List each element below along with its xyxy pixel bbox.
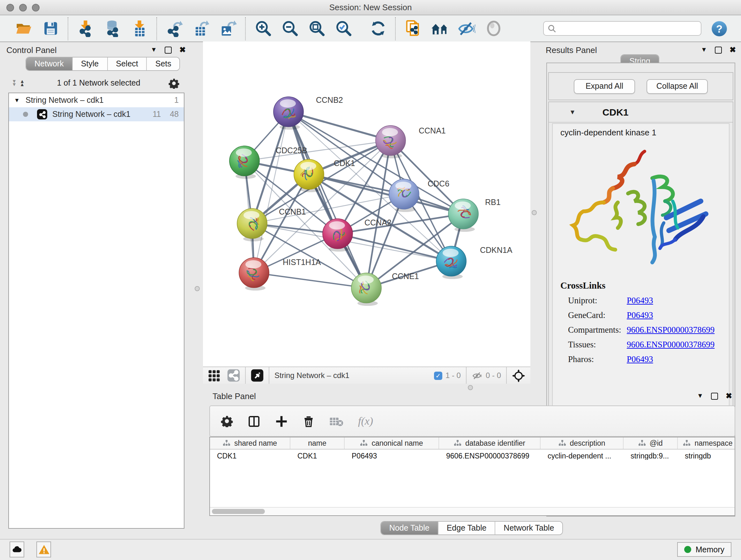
zoom-fit-icon[interactable]: [308, 19, 326, 37]
fit-selected-crosshair-icon[interactable]: [512, 369, 525, 382]
network-share-view-icon[interactable]: [227, 369, 240, 382]
expand-all-networks-icon[interactable]: ▴▴: [21, 80, 23, 86]
crosslink-label: Pharos:: [568, 354, 627, 365]
import-network-from-database-icon[interactable]: [104, 19, 121, 37]
export-network-icon[interactable]: [165, 19, 183, 37]
control-panel-tabs: NetworkStyleSelectSets: [25, 57, 180, 71]
float-panel-icon[interactable]: ▼: [701, 47, 707, 53]
left-splitter-grip[interactable]: [195, 286, 200, 291]
network-options-gear-icon[interactable]: [169, 78, 179, 88]
close-panel-icon[interactable]: ✖: [726, 392, 732, 400]
close-panel-icon[interactable]: ✖: [730, 46, 736, 54]
import-network-from-file-icon[interactable]: [77, 19, 94, 37]
network-edges[interactable]: [245, 112, 463, 288]
birds-eye-view-icon[interactable]: [251, 369, 264, 382]
cloud-status-button[interactable]: [10, 542, 24, 557]
edge-CCNB2-HIST1H1A[interactable]: [254, 112, 288, 273]
open-session-icon[interactable]: [15, 19, 32, 37]
network-node-HIST1H1A[interactable]: [239, 258, 269, 291]
crosslink-link[interactable]: 9606.ENSP00000378699: [627, 340, 715, 350]
hide-selected-icon[interactable]: [458, 19, 475, 37]
expand-all-button[interactable]: Expand All: [574, 79, 635, 94]
collapse-all-networks-icon[interactable]: ▾▾: [13, 80, 15, 86]
float-panel-icon[interactable]: ▼: [697, 393, 703, 399]
table-options-gear-icon[interactable]: [221, 415, 233, 427]
tab-network-table[interactable]: Network Table: [495, 522, 562, 535]
column-header-name[interactable]: name: [290, 437, 345, 449]
collection-disclosure-icon[interactable]: ▼: [14, 97, 25, 104]
network-node-CCNE1[interactable]: [351, 273, 381, 306]
tab-node-table[interactable]: Node Table: [381, 522, 439, 535]
network-row-selected[interactable]: String Network – cdk1 11 48: [9, 107, 184, 121]
show-all-icon[interactable]: [484, 19, 502, 37]
import-table-from-file-icon[interactable]: [130, 19, 148, 37]
search-input[interactable]: [556, 24, 697, 33]
table-cell[interactable]: stringdb:9...: [623, 452, 678, 460]
network-node-CDC6[interactable]: [389, 179, 419, 212]
maximize-panel-icon[interactable]: [165, 46, 172, 53]
network-node-CDKN1A[interactable]: [436, 246, 466, 279]
first-neighbors-icon[interactable]: [431, 19, 449, 37]
create-column-icon[interactable]: [275, 415, 288, 428]
network-node-CCNB2[interactable]: [273, 97, 304, 130]
table-horizontal-scrollbar[interactable]: [210, 507, 735, 515]
crosslinks-section: CrossLinks Uniprot:P06493GeneCard:P06493…: [560, 280, 715, 365]
table-cell[interactable]: stringdb: [678, 452, 735, 460]
column-header-@id[interactable]: @id: [623, 437, 678, 449]
memory-button[interactable]: Memory: [677, 542, 731, 557]
column-header-canonical-name[interactable]: canonical name: [345, 437, 439, 449]
float-panel-icon[interactable]: ▼: [151, 47, 157, 53]
tab-network[interactable]: Network: [26, 57, 73, 70]
close-panel-icon[interactable]: ✖: [179, 46, 186, 54]
zoom-out-icon[interactable]: [281, 19, 299, 37]
network-canvas[interactable]: CCNB2CCNA1CDC25BCDK1CDC6RB1CCNB1CCNA2CDK…: [203, 42, 530, 367]
delete-column-icon[interactable]: [302, 415, 315, 428]
network-tree: ▼ String Network – cdk1 1 String Network…: [8, 92, 185, 529]
save-session-icon[interactable]: [42, 19, 59, 37]
right-splitter-grip[interactable]: [532, 210, 537, 215]
node-label-HIST1H1A: HIST1H1A: [283, 258, 321, 266]
maximize-panel-icon[interactable]: [715, 46, 722, 53]
export-image-icon[interactable]: [219, 19, 237, 37]
network-node-CCNA1[interactable]: [376, 125, 406, 159]
entry-disclosure-icon[interactable]: ▼: [569, 109, 576, 116]
table-row[interactable]: CDK1CDK1P064939606.ENSP00000378699cyclin…: [210, 449, 735, 462]
network-node-CCNB1[interactable]: [237, 208, 267, 241]
column-header-namespace[interactable]: namespace: [678, 437, 735, 449]
edge-CCNA1-HIST1H1A[interactable]: [254, 140, 391, 273]
warnings-button[interactable]: [37, 542, 51, 557]
crosslink-link[interactable]: 9606.ENSP00000378699: [627, 325, 715, 335]
edge-HIST1H1A-CCNE1[interactable]: [254, 273, 366, 288]
table-cell[interactable]: CDK1: [210, 452, 290, 460]
column-header-database-identifier[interactable]: database identifier: [439, 437, 541, 449]
crosslink-link[interactable]: P06493: [627, 296, 653, 306]
grid-view-icon[interactable]: [208, 369, 220, 381]
tab-sets[interactable]: Sets: [147, 57, 180, 70]
network-node-RB1[interactable]: [448, 199, 478, 232]
clone-network-icon[interactable]: [404, 19, 422, 37]
crosslink-link[interactable]: P06493: [627, 310, 653, 320]
collapse-all-button[interactable]: Collapse All: [647, 79, 708, 94]
node-result-header[interactable]: ▼ CDK1: [549, 102, 733, 123]
network-collection-row[interactable]: ▼ String Network – cdk1 1: [9, 93, 184, 107]
network-node-CDC25B[interactable]: [229, 146, 259, 179]
maximize-panel-icon[interactable]: [711, 392, 718, 399]
column-header-description[interactable]: description: [541, 437, 623, 449]
table-cell[interactable]: P06493: [345, 452, 439, 460]
zoom-in-icon[interactable]: [254, 19, 272, 37]
table-cell[interactable]: 9606.ENSP00000378699: [439, 452, 541, 460]
tab-select[interactable]: Select: [108, 57, 147, 70]
table-cell[interactable]: CDK1: [290, 452, 345, 460]
export-table-icon[interactable]: [192, 19, 210, 37]
scrollbar-thumb[interactable]: [212, 509, 265, 514]
crosslink-link[interactable]: P06493: [627, 354, 653, 365]
tab-edge-table[interactable]: Edge Table: [439, 522, 495, 535]
tab-style[interactable]: Style: [73, 57, 108, 70]
help-icon[interactable]: ?: [711, 19, 728, 37]
toolbar-search-field[interactable]: [543, 21, 701, 36]
show-columns-icon[interactable]: [248, 415, 260, 428]
column-header-shared-name[interactable]: shared name: [210, 437, 290, 449]
table-cell[interactable]: cyclin-dependent ...: [541, 452, 623, 460]
zoom-selected-icon[interactable]: [334, 19, 352, 37]
refresh-layout-icon[interactable]: [369, 19, 387, 37]
